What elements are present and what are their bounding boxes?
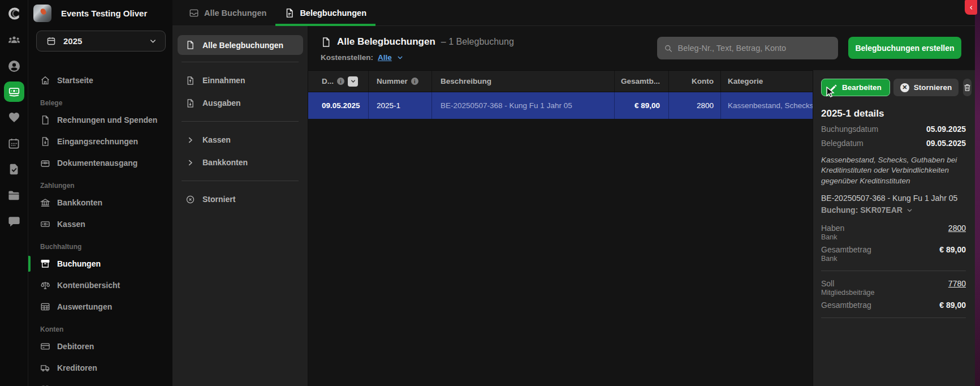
subnav-einnahmen[interactable]: Einnahmen — [178, 69, 303, 92]
chevron-right-icon — [185, 135, 195, 145]
sidebar-item-kreditoren[interactable]: Kreditoren — [29, 357, 172, 379]
sidebar-section-zahlungen: Zahlungen — [29, 174, 172, 192]
sidebar-item-dokumentenausgang[interactable]: Dokumentenausgang — [29, 152, 172, 174]
browser-edge-strip — [975, 0, 980, 386]
divider — [821, 271, 966, 271]
sponsoring-heart-icon[interactable] — [0, 104, 28, 130]
column-header-gesamtbetrag[interactable]: Gesamtb... — [615, 71, 669, 92]
subnav-ausgaben[interactable]: Ausgaben — [178, 92, 303, 114]
search-input[interactable] — [678, 44, 831, 53]
soll-konto-name: Mitgliedsbeiträge — [821, 289, 966, 297]
cancel-circle-icon — [185, 195, 195, 204]
info-icon[interactable]: i — [337, 78, 344, 85]
collapse-handle-red[interactable] — [965, 0, 977, 15]
subnav-alle-belegbuchungen[interactable]: Alle Belegbuchungen — [178, 35, 303, 55]
create-belegbuchung-button[interactable]: Belegbuchungen erstellen — [848, 37, 961, 59]
belegdatum-value: 09.05.2025 — [926, 139, 966, 148]
subnav-kassen[interactable]: Kassen — [178, 128, 303, 151]
view-tabbar: Alle Buchungen Belegbuchungen — [172, 0, 980, 26]
buchung-toggle[interactable]: Buchung: SKR07EAR — [821, 205, 966, 215]
members-icon[interactable] — [0, 27, 28, 53]
sidebar-section-belege: Belege — [29, 91, 172, 109]
table-icon — [40, 302, 50, 312]
cell-nummer: 2025-1 — [369, 92, 432, 119]
tab-alle-buchungen[interactable]: Alle Buchungen — [180, 0, 275, 25]
haben-total-label: Gesamtbetrag — [821, 245, 871, 254]
org-sidebar: Events Testing Oliver 2025 Startseite Be… — [29, 0, 172, 386]
sidebar-item-startseite[interactable]: Startseite — [29, 70, 172, 91]
column-header-datum[interactable]: D... i — [308, 71, 369, 92]
sidebar-item-eingangsrechnungen[interactable]: Eingangsrechnungen — [29, 131, 172, 152]
column-header-kategorie[interactable]: Kategorie — [721, 71, 813, 92]
cancel-circle-icon: ✕ — [900, 83, 909, 92]
storno-button[interactable]: ✕ Stornieren — [893, 79, 959, 96]
record-count: – 1 Belegbuchung — [441, 37, 514, 47]
beleg-reference: BE-20250507-368 - Kung Fu 1 Jahr 05 — [821, 194, 966, 203]
trash-icon — [963, 83, 972, 92]
belegbuchungen-table: D... i Nummer i Beschreibung Gesamtb... … — [308, 70, 813, 119]
column-header-nummer[interactable]: Nummer i — [369, 71, 432, 92]
document-up-icon — [185, 76, 195, 85]
subnav-storniert[interactable]: Storniert — [178, 188, 303, 211]
chevron-right-icon — [185, 158, 195, 168]
sidebar-item-rechnungen-und-spenden[interactable]: Rechnungen und Spenden — [29, 109, 172, 131]
kostenstellen-label: Kostenstellen: — [321, 53, 373, 62]
main-content: Alle Belegbuchungen – 1 Belegbuchung Kos… — [308, 26, 980, 386]
org-name: Events Testing Oliver — [61, 8, 147, 18]
cash-icon — [40, 219, 50, 229]
soll-label: Soll — [821, 279, 834, 288]
sidebar-item-auswertungen[interactable]: Auswertungen — [29, 296, 172, 318]
edit-button[interactable]: Bearbeiten — [821, 79, 890, 96]
archive-box-icon — [40, 259, 50, 269]
soll-konto-link[interactable]: 7780 — [948, 279, 966, 288]
haben-konto-link[interactable]: 2800 — [948, 224, 966, 233]
year-selector[interactable]: 2025 — [36, 31, 166, 52]
app-rail — [0, 0, 28, 386]
column-header-konto[interactable]: Konto — [669, 71, 721, 92]
contacts-icon[interactable] — [0, 53, 28, 79]
details-title: 2025-1 details — [821, 108, 966, 119]
chevron-down-icon — [906, 207, 913, 214]
column-header-beschreibung[interactable]: Beschreibung — [432, 71, 615, 92]
sidebar-item-kontenuebersicht[interactable]: Kontenübersicht — [29, 275, 172, 296]
search-box — [657, 37, 838, 59]
sidebar-item-bankkonten[interactable]: Bankkonten — [29, 192, 172, 213]
search-icon — [664, 44, 673, 53]
kostenstellen-filter[interactable]: Alle — [378, 53, 392, 62]
campai-logo-icon[interactable] — [0, 0, 28, 27]
messages-icon[interactable] — [0, 208, 28, 234]
sidebar-item-debitoren[interactable]: Debitoren — [29, 336, 172, 357]
subnav-bankkonten[interactable]: Bankkonten — [178, 151, 303, 174]
cell-beschreibung: BE-20250507-368 - Kung Fu 1 Jahr 05 — [432, 92, 615, 119]
document-icon — [321, 37, 331, 48]
briefcase-icon — [40, 158, 50, 168]
divider — [821, 318, 966, 318]
tasks-icon[interactable] — [0, 156, 28, 182]
document-icon — [40, 115, 50, 125]
sidebar-item-anlagen[interactable]: Anlagen — [29, 379, 172, 386]
haben-total-value: € 89,00 — [939, 245, 966, 254]
column-filter-button[interactable] — [348, 76, 358, 87]
cell-konto: 2800 — [669, 92, 721, 119]
table-row-selected[interactable]: 09.05.2025 2025-1 BE-20250507-368 - Kung… — [308, 92, 813, 119]
chevron-down-icon[interactable] — [396, 54, 404, 61]
info-icon[interactable]: i — [411, 78, 418, 85]
documents-folder-icon[interactable] — [0, 182, 28, 208]
sidebar-section-buchhaltung: Buchhaltung — [29, 235, 172, 253]
details-panel: Bearbeiten ✕ Stornieren 2025-1 details B… — [813, 70, 975, 386]
divider — [182, 62, 299, 62]
finance-icon-active[interactable] — [4, 82, 24, 102]
org-avatar[interactable] — [33, 5, 51, 22]
document-icon — [185, 40, 195, 50]
divider — [182, 121, 299, 122]
sidebar-item-kassen[interactable]: Kassen — [29, 213, 172, 235]
document-download-icon — [40, 136, 50, 147]
haben-label: Haben — [821, 224, 844, 233]
buchungsdatum-value: 05.09.2025 — [926, 125, 966, 134]
sidebar-item-buchungen[interactable]: Buchungen — [29, 253, 172, 275]
tab-belegbuchungen[interactable]: Belegbuchungen — [275, 0, 375, 25]
delete-button[interactable] — [963, 79, 972, 96]
haben-total-sub: Bank — [821, 255, 966, 263]
calendar-icon[interactable] — [0, 130, 28, 156]
table-header-row: D... i Nummer i Beschreibung Gesamtb... … — [308, 70, 813, 92]
